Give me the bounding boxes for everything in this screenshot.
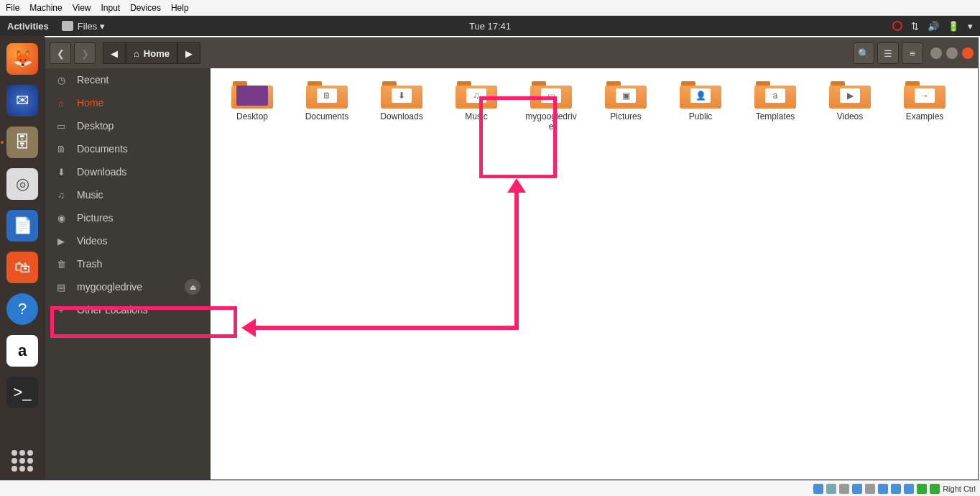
- folder-downloads[interactable]: ⬇Downloads: [373, 78, 430, 132]
- folder-emblem: 🗎: [317, 88, 337, 103]
- search-icon: 🔍: [858, 48, 869, 59]
- vm-status-icon: [930, 484, 940, 494]
- dock-rhythmbox[interactable]: ◎: [6, 168, 38, 200]
- dock-firefox[interactable]: 🦊: [6, 43, 38, 75]
- clock[interactable]: Tue 17:41: [469, 21, 511, 32]
- files-icon: [62, 21, 73, 31]
- sidebar-item-desktop[interactable]: ▭Desktop: [45, 114, 211, 137]
- folder-videos[interactable]: ▶Videos: [821, 78, 879, 132]
- folder-label: Music: [465, 111, 487, 121]
- folder-emblem: ▣: [616, 88, 636, 103]
- folder-music[interactable]: ♫Music: [448, 78, 505, 132]
- sidebar-icon: ◷: [55, 75, 67, 86]
- sidebar-icon: ⬇: [55, 167, 67, 178]
- minimize-button[interactable]: [930, 47, 942, 59]
- sidebar-icon: 🗎: [55, 144, 67, 155]
- back-button[interactable]: ❮: [50, 42, 71, 64]
- folder-icon: ♫: [456, 78, 497, 109]
- vm-menu-file[interactable]: File: [6, 3, 19, 13]
- nautilus-headerbar: ❮ ❯ ◀ ⌂ Home ▶ 🔍 ☰ ≡: [45, 38, 978, 68]
- vm-menu-input[interactable]: Input: [101, 3, 121, 13]
- folder-pictures[interactable]: ▣Pictures: [597, 78, 655, 132]
- folder-icon: 🗎: [306, 78, 348, 109]
- folder-icon: a: [754, 78, 796, 109]
- vm-status-icon: [891, 484, 901, 494]
- view-toggle-button[interactable]: ☰: [877, 42, 899, 64]
- sidebar-label: Videos: [77, 235, 108, 247]
- vm-menu-help[interactable]: Help: [171, 3, 189, 13]
- vm-menu-devices[interactable]: Devices: [130, 3, 161, 13]
- folder-mygoogledrive[interactable]: ▭mygoogledrive: [522, 78, 580, 132]
- sidebar-item-music[interactable]: ♫Music: [45, 183, 211, 206]
- vm-host-key-label: Right Ctrl: [943, 484, 976, 493]
- sidebar-item-other-locations[interactable]: +Other Locations: [45, 298, 211, 321]
- forward-button[interactable]: ❯: [74, 42, 96, 64]
- path-home[interactable]: ⌂ Home: [126, 42, 177, 64]
- ubuntu-dock: 🦊 ✉ 🗄 ◎ 📄 🛍 ? a >_: [0, 36, 45, 480]
- folder-emblem: ♫: [466, 88, 486, 103]
- vm-status-icon: [904, 484, 914, 494]
- sidebar-label: mygoogledrive: [77, 281, 142, 293]
- vm-status-icon: [839, 484, 849, 494]
- maximize-button[interactable]: [946, 47, 958, 59]
- dock-amazon[interactable]: a: [6, 335, 38, 367]
- vm-menu-view[interactable]: View: [73, 3, 91, 13]
- folder-desktop[interactable]: Desktop: [223, 78, 281, 132]
- dock-thunderbird[interactable]: ✉: [6, 85, 38, 116]
- folder-label: Public: [689, 111, 713, 121]
- folder-templates[interactable]: aTemplates: [746, 78, 804, 132]
- dock-files[interactable]: 🗄: [6, 127, 38, 158]
- dock-software[interactable]: 🛍: [6, 252, 38, 283]
- menu-icon: ≡: [910, 48, 915, 59]
- pathbar: ◀ ⌂ Home ▶: [103, 42, 200, 64]
- dock-show-apps[interactable]: [11, 450, 33, 472]
- list-view-icon: ☰: [884, 48, 892, 59]
- folder-label: Pictures: [610, 111, 641, 121]
- folder-label: Documents: [305, 111, 349, 121]
- folder-icon: ▭: [530, 78, 572, 109]
- sidebar-label: Home: [77, 97, 103, 109]
- close-button[interactable]: [962, 47, 974, 59]
- dropdown-icon: ▾: [968, 21, 973, 32]
- nautilus-window: ❮ ❯ ◀ ⌂ Home ▶ 🔍 ☰ ≡: [45, 37, 979, 480]
- sidebar-item-documents[interactable]: 🗎Documents: [45, 137, 211, 160]
- folder-icon: ▣: [605, 78, 647, 109]
- dock-terminal[interactable]: >_: [6, 377, 38, 408]
- annotation-arrowhead-left: [241, 318, 256, 337]
- sidebar-item-mygoogledrive[interactable]: ▤mygoogledrive⏏: [45, 275, 211, 298]
- sidebar-item-pictures[interactable]: ◉Pictures: [45, 206, 211, 229]
- vm-menu-machine[interactable]: Machine: [29, 3, 62, 13]
- nautilus-content[interactable]: Desktop🗎Documents⬇Downloads♫Music▭mygoog…: [211, 68, 978, 479]
- dock-writer[interactable]: 📄: [6, 210, 38, 242]
- vm-status-icon: [878, 484, 888, 494]
- folder-examples[interactable]: →Examples: [896, 78, 953, 132]
- sidebar-item-recent[interactable]: ◷Recent: [45, 68, 211, 91]
- path-prev[interactable]: ◀: [103, 42, 126, 64]
- battery-icon: 🔋: [948, 21, 959, 32]
- hamburger-menu-button[interactable]: ≡: [902, 42, 923, 64]
- folder-documents[interactable]: 🗎Documents: [298, 78, 356, 132]
- search-button[interactable]: 🔍: [853, 42, 874, 64]
- dock-help[interactable]: ?: [6, 293, 38, 325]
- eject-button[interactable]: ⏏: [185, 279, 200, 295]
- folder-public[interactable]: 👤Public: [672, 78, 729, 132]
- sidebar-item-trash[interactable]: 🗑Trash: [45, 252, 211, 275]
- path-next[interactable]: ▶: [177, 42, 200, 64]
- volume-icon: 🔊: [928, 21, 939, 32]
- record-icon: [892, 21, 902, 31]
- sidebar-label: Other Locations: [77, 304, 148, 316]
- sidebar-label: Downloads: [77, 166, 126, 178]
- folder-emblem: ⬇: [392, 88, 412, 103]
- sidebar-label: Recent: [77, 74, 108, 86]
- activities-button[interactable]: Activities: [7, 21, 49, 32]
- app-menu[interactable]: Files ▾: [62, 21, 105, 32]
- system-tray[interactable]: ⇅ 🔊 🔋 ▾: [892, 21, 973, 32]
- folder-emblem: [236, 86, 268, 106]
- folder-icon: →: [904, 78, 946, 109]
- folder-emblem: ▭: [541, 88, 561, 103]
- sidebar-item-videos[interactable]: ▶Videos: [45, 229, 211, 252]
- annotation-arrowhead-up: [507, 178, 526, 193]
- sidebar-item-downloads[interactable]: ⬇Downloads: [45, 160, 211, 183]
- folder-label: Downloads: [380, 111, 422, 121]
- sidebar-item-home[interactable]: ⌂Home: [45, 91, 211, 114]
